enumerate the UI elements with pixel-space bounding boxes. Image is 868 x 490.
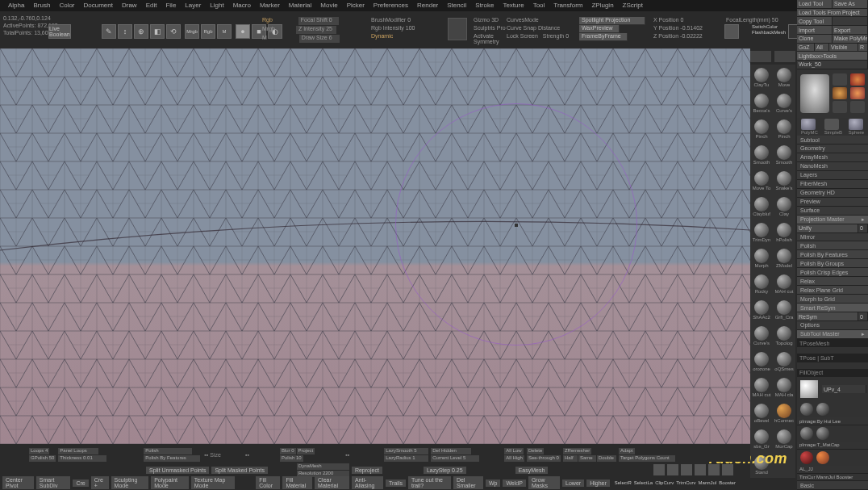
brush-curves[interactable]: Curve's	[750, 323, 773, 349]
menu-texture[interactable]: Texture	[503, 2, 524, 10]
easy-mesh-button[interactable]: EasyMesh	[515, 467, 549, 474]
polish-10-slider[interactable]: Polish 10	[280, 455, 303, 462]
curves-mode-label[interactable]: CurvesMode	[507, 17, 575, 25]
menu-picker[interactable]: Picker	[347, 2, 365, 10]
section-arraymesh[interactable]: ArrayMesh	[797, 153, 868, 162]
higher-button[interactable]: Higher	[586, 480, 610, 487]
rotate-mode-icon[interactable]: ⟲	[166, 24, 181, 39]
loops-4-slider[interactable]: Loops 4	[29, 448, 49, 454]
brush-clay[interactable]: Clay	[773, 194, 795, 220]
polypaint-mode-button[interactable]: Polypaint Mode	[151, 476, 189, 489]
section-surface[interactable]: Surface	[797, 207, 868, 216]
menu-stroke[interactable]: Stroke	[475, 2, 494, 10]
brush-trimdyn[interactable]: TrimDyn	[750, 220, 773, 245]
brush-snakes[interactable]: Snake's	[773, 168, 795, 194]
switch-color-label[interactable]: SwitchColor	[752, 24, 786, 29]
center-pivot-button[interactable]: Center Pivot	[2, 476, 34, 489]
sculpting-mode-button[interactable]: Sculpting Mode	[111, 476, 149, 489]
menu-stencil[interactable]: Stencil	[447, 2, 466, 10]
options-section[interactable]: Options	[797, 321, 868, 330]
section-geometry[interactable]: Geometry	[797, 144, 868, 153]
target-poly-count-label[interactable]: Target Polygons Count	[619, 455, 675, 462]
brush-pinch[interactable]: Pinch	[750, 116, 773, 142]
menu-alpha[interactable]: Alpha	[8, 2, 24, 10]
menu-zplugin[interactable]: ZPlugin	[591, 2, 613, 10]
brush-smooth[interactable]: Smooth	[773, 142, 795, 168]
polish-relax-plane-grid[interactable]: Relax Plane Grid	[797, 286, 868, 295]
basic-label[interactable]: Basic	[797, 481, 868, 490]
load-tool-button[interactable]: Load Tool	[797, 0, 833, 8]
brush-mahcla[interactable]: MAH cla	[773, 375, 795, 400]
draw-size-slider[interactable]: Draw Size 6	[299, 35, 340, 43]
brush-moveto[interactable]: Move To	[750, 168, 773, 194]
trails-button[interactable]: Trails	[386, 480, 406, 487]
tool-thumb-4[interactable]	[850, 73, 865, 86]
section-nanomesh[interactable]: NanoMesh	[797, 162, 868, 171]
menu-preferences[interactable]: Preferences	[373, 2, 408, 10]
delete-button[interactable]: Delete	[527, 448, 544, 454]
menu-macro[interactable]: Macro	[233, 2, 251, 10]
mirror-button[interactable]: Mirror	[797, 233, 868, 242]
menu-edit[interactable]: Edit	[146, 2, 157, 10]
texture-map-mode-button[interactable]: Texture Map Mode	[191, 476, 235, 489]
projection-master-header[interactable]: Projection Master▸	[797, 216, 868, 224]
unify-button[interactable]: Unify	[797, 224, 858, 232]
mat-sphere-4[interactable]	[816, 427, 829, 440]
weldp-button[interactable]: WeldP	[503, 480, 526, 487]
flashback-mesh-label[interactable]: FlashbackMesh	[752, 30, 786, 35]
brush-rocky[interactable]: Rocky	[750, 271, 773, 297]
section-layers[interactable]: Layers	[797, 171, 868, 180]
all-high-button[interactable]: All High	[504, 455, 524, 462]
draw-mode-icon[interactable]: ↕	[118, 24, 132, 39]
active-tool-thumbnail[interactable]	[800, 74, 829, 113]
clone-button[interactable]: Clone	[797, 35, 833, 43]
gizmo-icon[interactable]	[448, 18, 467, 40]
tool-thumb-1[interactable]	[833, 73, 847, 86]
brush-mahcut[interactable]: MAH cut	[750, 375, 773, 400]
rgb-button[interactable]: Rgb	[201, 24, 215, 39]
brush-mahcut[interactable]: MAH cut	[773, 271, 795, 297]
polish-polish-crisp-edges[interactable]: Polish Crisp Edges	[797, 268, 868, 277]
adapt-button[interactable]: Adapt	[619, 448, 635, 454]
brush-move[interactable]: Move	[773, 65, 795, 90]
tpose-subt-button[interactable]: TPose | SubT	[797, 354, 868, 362]
brush-grflcra[interactable]: Grfl_Cra	[773, 297, 795, 323]
m-button[interactable]: M	[217, 24, 232, 39]
spotlight-projection-button[interactable]: Spotlight Projection	[579, 17, 645, 25]
fill-color-button[interactable]: Fill Color	[256, 476, 280, 489]
lazy-smooth-slider[interactable]: LazySmooth 5	[384, 448, 428, 454]
project-button[interactable]: Project	[297, 448, 315, 454]
tool-thumb-2[interactable]	[833, 87, 847, 99]
focal-shift-slider[interactable]: Focal Shift 0	[298, 17, 339, 25]
lock-screen-label[interactable]: Lock Screen	[507, 33, 538, 39]
menu-color[interactable]: Color	[59, 2, 74, 10]
split-unmasked-button[interactable]: Split Unmasked Points	[146, 467, 209, 474]
section-preview[interactable]: Preview	[797, 198, 868, 207]
wp-button[interactable]: Wp	[486, 480, 501, 487]
menu-draw[interactable]: Draw	[122, 2, 137, 10]
brush-claybluf[interactable]: Claybluf	[750, 194, 773, 220]
menu-zscript[interactable]: ZScript	[623, 2, 643, 10]
menu-light[interactable]: Light	[210, 2, 223, 10]
half-button[interactable]: Half	[563, 455, 578, 462]
tool-thumb-5[interactable]	[850, 87, 865, 99]
move-mode-icon[interactable]: ⊕	[134, 24, 148, 39]
brush-orozone[interactable]: orozone	[750, 349, 773, 375]
brush-morcap[interactable]: MorCap	[773, 426, 795, 452]
goz-r-button[interactable]: R	[858, 44, 868, 52]
brush-oqsmes[interactable]: oQSmes	[773, 349, 795, 375]
anti-aliasing-button[interactable]: Anti-Aliasing	[352, 476, 383, 489]
menu-movie[interactable]: Movie	[320, 2, 337, 10]
brush-hpolish[interactable]: hPolish	[773, 220, 795, 245]
menu-marker[interactable]: Marker	[260, 2, 280, 10]
lazy-radius-slider[interactable]: LazyRadius 1	[384, 455, 428, 462]
menu-document[interactable]: Document	[84, 2, 113, 10]
zremesher-button[interactable]: ZRemesher	[563, 448, 591, 454]
save-as-button[interactable]: Save As	[833, 0, 868, 8]
polish-polish-by-groups[interactable]: Polish By Groups	[797, 259, 868, 268]
polish-morph-to-grid[interactable]: Morph to Grid	[797, 295, 868, 304]
polish-relax[interactable]: Relax	[797, 277, 868, 286]
menu-file[interactable]: File	[165, 2, 176, 10]
strength-label[interactable]: Strength 0	[543, 33, 569, 39]
zadd-button[interactable]: ●	[236, 24, 250, 39]
